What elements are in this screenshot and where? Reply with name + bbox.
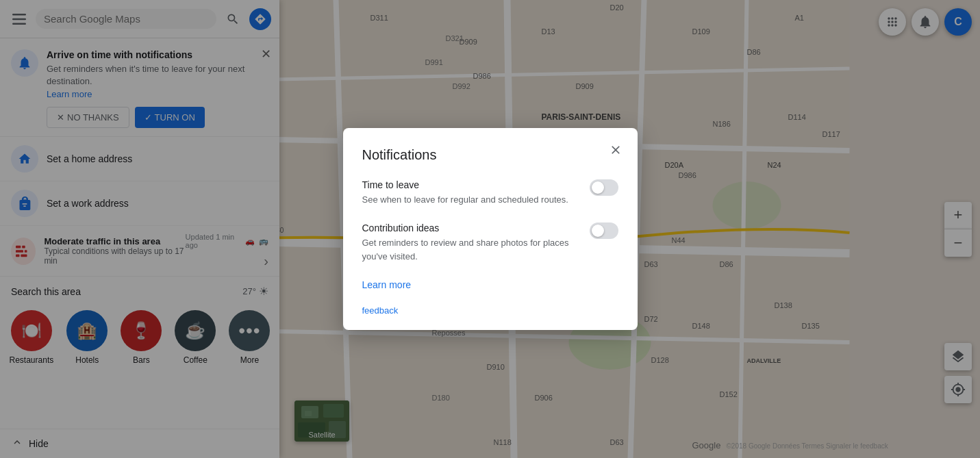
contribution-ideas-description: Get reminders to review and share photos…: [362, 236, 576, 263]
contribution-ideas-title: Contribution ideas: [362, 222, 576, 233]
time-to-leave-text: Time to leave See when to leave for regu…: [362, 179, 568, 207]
modal-learn-more-link[interactable]: Learn more: [362, 279, 618, 290]
modal-close-button[interactable]: [605, 139, 627, 161]
contribution-ideas-text: Contribution ideas Get reminders to revi…: [362, 222, 576, 263]
time-to-leave-title: Time to leave: [362, 179, 568, 190]
time-to-leave-toggle-knob: [592, 181, 604, 194]
contribution-ideas-toggle[interactable]: [590, 222, 618, 239]
time-to-leave-row: Time to leave See when to leave for regu…: [362, 179, 618, 207]
contribution-ideas-row: Contribution ideas Get reminders to revi…: [362, 222, 618, 263]
modal-feedback-link[interactable]: feedback: [362, 305, 399, 316]
modal-overlay[interactable]: Notifications Time to leave See when to …: [0, 0, 980, 458]
notifications-modal: Notifications Time to leave See when to …: [343, 128, 638, 331]
contribution-ideas-toggle-knob: [592, 225, 604, 237]
time-to-leave-toggle[interactable]: [590, 179, 618, 196]
time-to-leave-description: See when to leave for regular and schedu…: [362, 193, 568, 207]
modal-title: Notifications: [362, 147, 618, 163]
